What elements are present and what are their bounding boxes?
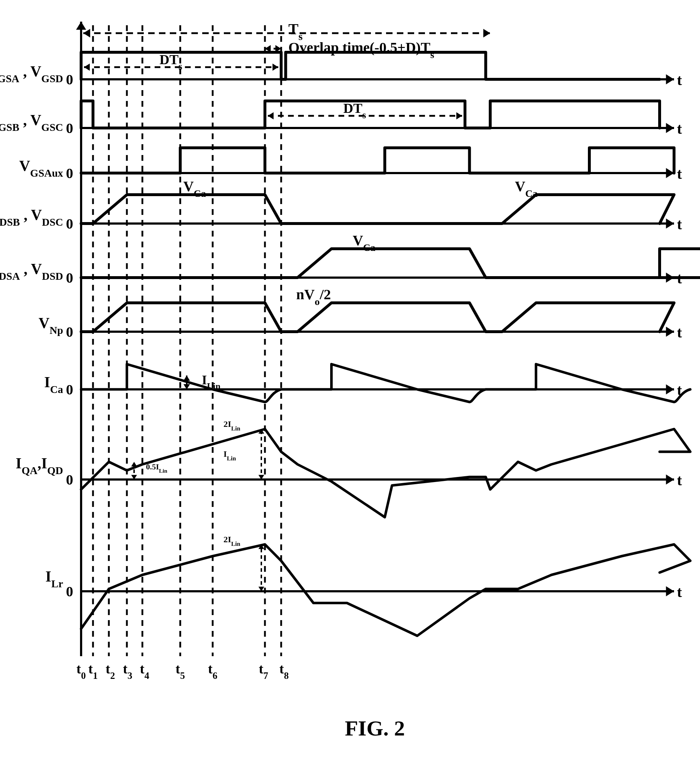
time-mark-t1: t1: [88, 661, 98, 681]
row2-zero: 0: [66, 120, 73, 136]
vca-label-1b: VCa: [515, 178, 538, 199]
row1-label: VGSA , VGSD: [0, 63, 63, 84]
overlap-label: Overlap time(-0.5+D)Ts: [288, 39, 434, 60]
time-mark-t6: t6: [208, 661, 217, 681]
row8-label: IQA,IQD: [16, 455, 63, 476]
row7-label: ICa: [44, 374, 63, 395]
row9-t: t: [677, 584, 682, 600]
dts2-label: DTs: [344, 101, 366, 120]
vgsb-wave: [81, 101, 659, 128]
row5-label: VDSA , VDSD: [0, 261, 63, 282]
row3-t: t: [677, 166, 682, 182]
2ilin-b: 2ILin: [223, 535, 241, 547]
row8-t: t: [677, 472, 682, 488]
time-mark-t8: t8: [279, 661, 289, 681]
vdsa-wave: [81, 249, 700, 278]
iqa-wave: [81, 429, 690, 518]
time-mark-t5: t5: [175, 661, 185, 681]
time-mark-t7: t7: [259, 661, 268, 681]
row5-zero: 0: [66, 270, 73, 286]
05ilin: 0.5ILin: [146, 462, 167, 474]
row3-zero: 0: [66, 165, 73, 181]
row6-zero: 0: [66, 324, 73, 340]
ilin-a: ILin: [223, 449, 236, 462]
figure-label: FIG. 2: [345, 716, 405, 740]
row6-label: VNp: [39, 315, 63, 336]
row9-label: ILr: [45, 568, 63, 590]
dts1-label: DTs: [160, 52, 183, 72]
row1-zero: 0: [66, 71, 73, 88]
row4-zero: 0: [66, 216, 73, 232]
vdsb-wave: [81, 195, 674, 224]
row2-t: t: [677, 120, 682, 137]
ilr-wave: [81, 544, 690, 636]
row6-t: t: [677, 324, 682, 341]
vgsaux-wave: [81, 148, 674, 173]
row8-zero: 0: [66, 472, 73, 488]
2ilin-a: 2ILin: [223, 419, 241, 432]
time-mark-t4: t4: [140, 661, 149, 681]
ica-wave: [81, 364, 690, 402]
row4-label: VDSB , VDSC: [0, 206, 63, 228]
row7-zero: 0: [66, 382, 73, 398]
row9-zero: 0: [66, 583, 73, 600]
row3-label: VGSAux: [19, 158, 63, 179]
time-mark-t0: t0: [77, 661, 86, 681]
row4-t: t: [677, 216, 682, 233]
row1-t: t: [677, 72, 682, 88]
nvo2-label: nVo/2: [296, 286, 331, 307]
row2-label: VGSB , VGSC: [0, 112, 63, 133]
vnp-wave: [81, 303, 674, 332]
time-mark-t2: t2: [106, 661, 115, 681]
time-mark-t3: t3: [123, 661, 132, 681]
